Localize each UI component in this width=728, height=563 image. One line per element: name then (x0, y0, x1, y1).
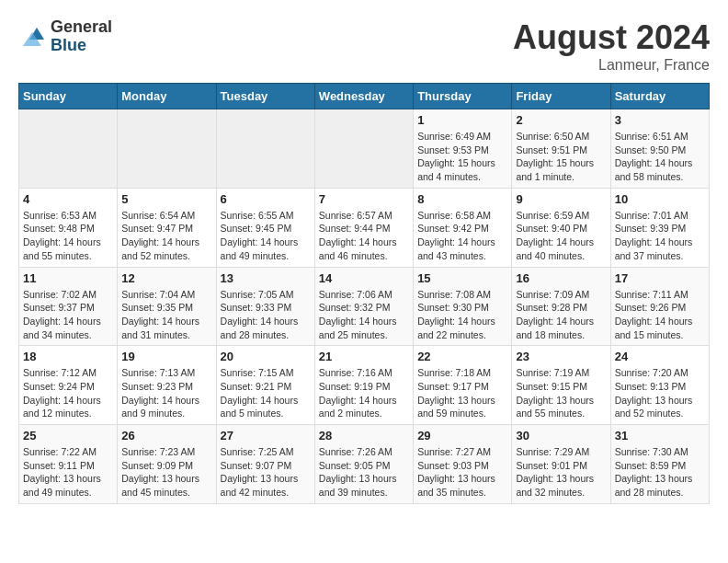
calendar-week-1: 1Sunrise: 6:49 AM Sunset: 9:53 PM Daylig… (19, 109, 710, 189)
calendar-cell: 12Sunrise: 7:04 AM Sunset: 9:35 PM Dayli… (118, 267, 216, 346)
calendar-cell: 22Sunrise: 7:18 AM Sunset: 9:17 PM Dayli… (414, 346, 512, 425)
calendar-cell: 9Sunrise: 6:59 AM Sunset: 9:40 PM Daylig… (512, 188, 610, 267)
calendar-cell: 28Sunrise: 7:26 AM Sunset: 9:05 PM Dayli… (314, 425, 413, 504)
day-number: 26 (121, 429, 211, 442)
calendar-table: SundayMondayTuesdayWednesdayThursdayFrid… (18, 83, 710, 504)
calendar-cell: 31Sunrise: 7:30 AM Sunset: 8:59 PM Dayli… (610, 425, 709, 504)
header-day-thursday: Thursday (414, 84, 512, 109)
calendar-cell: 1Sunrise: 6:49 AM Sunset: 9:53 PM Daylig… (414, 109, 512, 189)
day-info: Sunrise: 7:09 AM Sunset: 9:28 PM Dayligh… (516, 288, 606, 342)
calendar-cell: 7Sunrise: 6:57 AM Sunset: 9:44 PM Daylig… (314, 188, 413, 267)
calendar-cell: 24Sunrise: 7:20 AM Sunset: 9:13 PM Dayli… (610, 346, 709, 425)
day-info: Sunrise: 7:08 AM Sunset: 9:30 PM Dayligh… (417, 288, 507, 342)
day-number: 5 (121, 192, 211, 206)
day-number: 21 (319, 350, 409, 363)
day-info: Sunrise: 7:16 AM Sunset: 9:19 PM Dayligh… (319, 366, 409, 420)
day-number: 22 (417, 350, 507, 363)
day-info: Sunrise: 6:58 AM Sunset: 9:42 PM Dayligh… (417, 209, 507, 263)
day-info: Sunrise: 7:15 AM Sunset: 9:21 PM Dayligh… (221, 366, 311, 420)
calendar-cell (19, 109, 118, 189)
calendar-body: 1Sunrise: 6:49 AM Sunset: 9:53 PM Daylig… (19, 109, 710, 504)
day-number: 7 (319, 192, 409, 206)
day-number: 16 (516, 271, 606, 285)
calendar-cell: 11Sunrise: 7:02 AM Sunset: 9:37 PM Dayli… (19, 267, 118, 346)
day-info: Sunrise: 7:22 AM Sunset: 9:11 PM Dayligh… (23, 445, 113, 500)
day-number: 3 (615, 113, 705, 127)
day-number: 12 (121, 271, 211, 285)
day-info: Sunrise: 6:49 AM Sunset: 9:53 PM Dayligh… (417, 130, 507, 184)
calendar-cell: 13Sunrise: 7:05 AM Sunset: 9:33 PM Dayli… (216, 267, 314, 346)
day-info: Sunrise: 7:25 AM Sunset: 9:07 PM Dayligh… (221, 445, 311, 500)
day-info: Sunrise: 7:01 AM Sunset: 9:39 PM Dayligh… (615, 209, 705, 263)
calendar-week-4: 18Sunrise: 7:12 AM Sunset: 9:24 PM Dayli… (19, 346, 710, 425)
calendar-cell: 21Sunrise: 7:16 AM Sunset: 9:19 PM Dayli… (314, 346, 413, 425)
logo-text: General Blue (51, 18, 112, 55)
calendar-cell: 5Sunrise: 6:54 AM Sunset: 9:47 PM Daylig… (118, 188, 216, 267)
calendar-cell: 14Sunrise: 7:06 AM Sunset: 9:32 PM Dayli… (314, 267, 413, 346)
calendar-cell: 23Sunrise: 7:19 AM Sunset: 9:15 PM Dayli… (512, 346, 610, 425)
day-info: Sunrise: 7:02 AM Sunset: 9:37 PM Dayligh… (23, 288, 113, 342)
calendar-cell (314, 109, 413, 189)
day-info: Sunrise: 7:18 AM Sunset: 9:17 PM Dayligh… (417, 366, 507, 420)
calendar-cell: 20Sunrise: 7:15 AM Sunset: 9:21 PM Dayli… (216, 346, 314, 425)
calendar-cell: 16Sunrise: 7:09 AM Sunset: 9:28 PM Dayli… (512, 267, 610, 346)
calendar-cell: 18Sunrise: 7:12 AM Sunset: 9:24 PM Dayli… (19, 346, 118, 425)
logo: General Blue (18, 18, 112, 55)
calendar-cell: 17Sunrise: 7:11 AM Sunset: 9:26 PM Dayli… (610, 267, 709, 346)
calendar-cell: 29Sunrise: 7:27 AM Sunset: 9:03 PM Dayli… (414, 425, 512, 504)
day-number: 4 (23, 192, 113, 206)
day-number: 29 (417, 429, 507, 442)
day-number: 14 (319, 271, 409, 285)
location-subtitle: Lanmeur, France (513, 57, 710, 74)
day-info: Sunrise: 7:29 AM Sunset: 9:01 PM Dayligh… (516, 445, 606, 500)
day-number: 10 (615, 192, 705, 206)
day-number: 8 (417, 192, 507, 206)
header-day-monday: Monday (118, 84, 216, 109)
day-number: 28 (319, 429, 409, 442)
header-day-tuesday: Tuesday (216, 84, 314, 109)
day-info: Sunrise: 7:30 AM Sunset: 8:59 PM Dayligh… (615, 445, 705, 500)
header-day-saturday: Saturday (610, 84, 709, 109)
calendar-cell: 30Sunrise: 7:29 AM Sunset: 9:01 PM Dayli… (512, 425, 610, 504)
calendar-cell: 8Sunrise: 6:58 AM Sunset: 9:42 PM Daylig… (414, 188, 512, 267)
day-info: Sunrise: 6:54 AM Sunset: 9:47 PM Dayligh… (121, 209, 211, 263)
header-row: SundayMondayTuesdayWednesdayThursdayFrid… (19, 84, 710, 109)
calendar-cell: 15Sunrise: 7:08 AM Sunset: 9:30 PM Dayli… (414, 267, 512, 346)
day-info: Sunrise: 7:13 AM Sunset: 9:23 PM Dayligh… (121, 366, 211, 420)
calendar-cell: 4Sunrise: 6:53 AM Sunset: 9:48 PM Daylig… (19, 188, 118, 267)
calendar-week-3: 11Sunrise: 7:02 AM Sunset: 9:37 PM Dayli… (19, 267, 710, 346)
header-day-wednesday: Wednesday (314, 84, 413, 109)
calendar-cell: 3Sunrise: 6:51 AM Sunset: 9:50 PM Daylig… (610, 109, 709, 189)
day-number: 13 (221, 271, 311, 285)
calendar-cell: 10Sunrise: 7:01 AM Sunset: 9:39 PM Dayli… (610, 188, 709, 267)
day-number: 18 (23, 350, 113, 363)
month-year-title: August 2024 (513, 18, 710, 57)
logo-icon (18, 23, 46, 51)
calendar-cell (118, 109, 216, 189)
logo-blue-text: Blue (51, 37, 112, 55)
calendar-header: SundayMondayTuesdayWednesdayThursdayFrid… (19, 84, 710, 109)
header-day-friday: Friday (512, 84, 610, 109)
day-number: 17 (615, 271, 705, 285)
day-info: Sunrise: 6:53 AM Sunset: 9:48 PM Dayligh… (23, 209, 113, 263)
calendar-cell: 6Sunrise: 6:55 AM Sunset: 9:45 PM Daylig… (216, 188, 314, 267)
day-info: Sunrise: 6:50 AM Sunset: 9:51 PM Dayligh… (516, 130, 606, 184)
day-number: 24 (615, 350, 705, 363)
header-day-sunday: Sunday (19, 84, 118, 109)
day-number: 30 (516, 429, 606, 442)
day-info: Sunrise: 7:04 AM Sunset: 9:35 PM Dayligh… (121, 288, 211, 342)
day-number: 19 (121, 350, 211, 363)
day-number: 20 (221, 350, 311, 363)
calendar-cell: 2Sunrise: 6:50 AM Sunset: 9:51 PM Daylig… (512, 109, 610, 189)
logo-general-text: General (51, 18, 112, 37)
day-info: Sunrise: 6:51 AM Sunset: 9:50 PM Dayligh… (615, 130, 705, 184)
calendar-cell: 19Sunrise: 7:13 AM Sunset: 9:23 PM Dayli… (118, 346, 216, 425)
day-info: Sunrise: 6:59 AM Sunset: 9:40 PM Dayligh… (516, 209, 606, 263)
day-number: 27 (221, 429, 311, 442)
day-info: Sunrise: 7:06 AM Sunset: 9:32 PM Dayligh… (319, 288, 409, 342)
day-number: 15 (417, 271, 507, 285)
day-info: Sunrise: 7:23 AM Sunset: 9:09 PM Dayligh… (121, 445, 211, 500)
calendar-cell: 27Sunrise: 7:25 AM Sunset: 9:07 PM Dayli… (216, 425, 314, 504)
page-header: General Blue August 2024 Lanmeur, France (18, 18, 710, 74)
calendar-week-2: 4Sunrise: 6:53 AM Sunset: 9:48 PM Daylig… (19, 188, 710, 267)
